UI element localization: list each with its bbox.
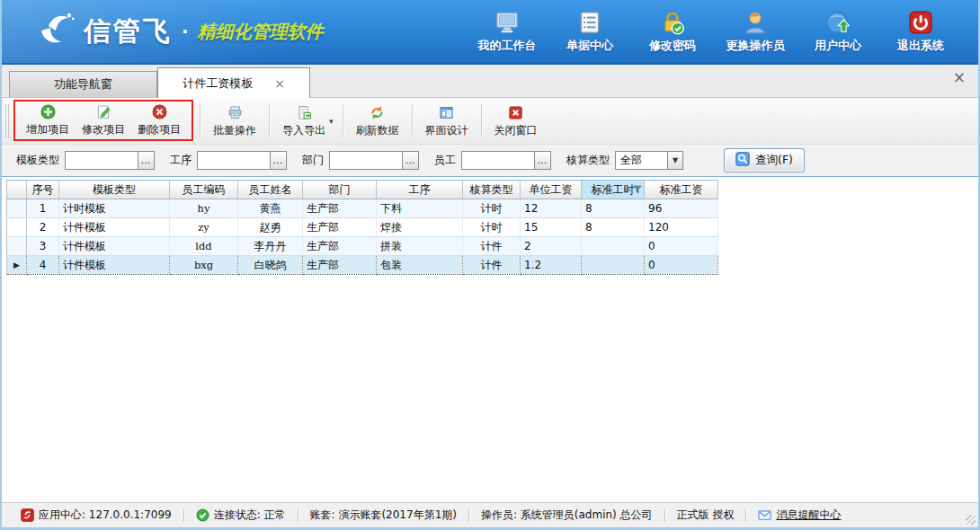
filter-funnel-icon[interactable] <box>633 185 642 194</box>
cell-employee-code[interactable]: bxg <box>170 256 238 275</box>
chevron-down-icon[interactable]: ▼ <box>667 152 682 169</box>
cell-standard-wage[interactable]: 96 <box>645 199 718 218</box>
edit-item-button[interactable]: 修改项目 <box>76 102 131 139</box>
message-center-link[interactable]: 消息提醒中心 <box>746 508 852 523</box>
column-header-standard-wage[interactable]: 标准工资 <box>645 181 718 199</box>
column-header-row-selector[interactable] <box>7 181 27 199</box>
cell-employee-code[interactable]: hy <box>170 199 238 218</box>
add-item-button[interactable]: 增加项目 <box>20 102 76 139</box>
lookup-ellipsis-button[interactable]: … <box>402 152 418 169</box>
cell-template-type[interactable]: 计件模板 <box>59 256 170 275</box>
delete-item-button[interactable]: 删除项目 <box>131 102 187 139</box>
cell-department[interactable]: 生产部 <box>303 199 377 218</box>
resize-grip[interactable] <box>966 515 976 525</box>
template-type-input[interactable] <box>66 152 138 169</box>
tab-close-icon[interactable]: × <box>274 77 285 90</box>
cell-unit-wage[interactable]: 12 <box>521 199 582 218</box>
close-icon[interactable]: × <box>953 70 966 85</box>
cell-template-type[interactable]: 计件模板 <box>59 237 170 256</box>
cell-employee-code[interactable]: ldd <box>170 237 238 256</box>
calc-type-select[interactable]: 全部 ▼ <box>615 151 683 170</box>
column-header-employee-name[interactable]: 员工姓名 <box>238 181 303 199</box>
column-header-seq[interactable]: 序号 <box>27 181 59 199</box>
cell-standard-hours[interactable]: 8 <box>582 199 645 218</box>
tab-function-nav[interactable]: 功能导航窗 <box>9 71 157 97</box>
cell-standard-wage[interactable]: 120 <box>645 218 718 237</box>
cell-process[interactable]: 焊接 <box>377 218 463 237</box>
cell-calc-type[interactable]: 计时 <box>463 199 521 218</box>
cell-template-type[interactable]: 计件模板 <box>59 218 170 237</box>
employee-input[interactable] <box>462 152 534 169</box>
connection-status: 连接状态: 正常 <box>184 508 298 523</box>
my-workbench-button[interactable]: 我的工作台 <box>469 9 545 54</box>
cell-standard-hours[interactable] <box>582 237 645 256</box>
import-export-button[interactable]: 导入导出 <box>276 99 332 143</box>
cell-department[interactable]: 生产部 <box>303 218 377 237</box>
cell-seq[interactable]: 1 <box>27 199 59 218</box>
row-selector[interactable] <box>7 237 27 256</box>
cell-calc-type[interactable]: 计件 <box>463 256 521 275</box>
cell-process[interactable]: 拼装 <box>377 237 463 256</box>
cell-standard-hours[interactable]: 8 <box>582 218 645 237</box>
cell-employee-name[interactable]: 赵勇 <box>238 218 303 237</box>
column-header-standard-hours[interactable]: 标准工时 <box>582 181 645 199</box>
ui-design-button[interactable]: 界面设计 <box>419 99 475 143</box>
column-header-employee-code[interactable]: 员工编码 <box>170 181 238 199</box>
cell-seq[interactable]: 4 <box>27 256 59 275</box>
switch-operator-button[interactable]: 更换操作员 <box>717 9 793 54</box>
cell-unit-wage[interactable]: 2 <box>521 237 582 256</box>
filter-bar: 模板类型…工序…部门…员工… 核算类型 全部 ▼ 查询(F) <box>2 145 978 177</box>
lookup-ellipsis-button[interactable]: … <box>138 152 154 169</box>
cell-unit-wage[interactable]: 1.2 <box>521 256 582 275</box>
table-row[interactable]: 2计件模板zy赵勇生产部焊接计时158120 <box>7 218 718 237</box>
column-header-department[interactable]: 部门 <box>303 181 377 199</box>
cell-standard-wage[interactable]: 0 <box>645 237 718 256</box>
table-row[interactable]: ▶4计件模板bxg白晓鸽生产部包装计件1.20 <box>7 256 718 275</box>
column-header-calc-type[interactable]: 核算类型 <box>463 181 521 199</box>
exit-icon <box>907 9 934 36</box>
cell-unit-wage[interactable]: 15 <box>521 218 582 237</box>
cell-seq[interactable]: 2 <box>27 218 59 237</box>
cell-template-type[interactable]: 计时模板 <box>59 199 170 218</box>
exit-system-button[interactable]: 退出系统 <box>883 9 958 54</box>
toolbar-group: 导入导出▾ <box>276 99 336 143</box>
cell-process[interactable]: 下料 <box>377 199 463 218</box>
cell-calc-type[interactable]: 计时 <box>463 218 521 237</box>
tab-piecework-template[interactable]: 计件工资模板 × <box>157 67 310 98</box>
search-button[interactable]: 查询(F) <box>724 148 805 172</box>
toolbar-separator <box>481 104 482 137</box>
column-header-process[interactable]: 工序 <box>377 181 463 199</box>
change-password-button[interactable]: 修改密码 <box>635 9 710 54</box>
cell-employee-name[interactable]: 黄燕 <box>238 199 303 218</box>
cell-seq[interactable]: 3 <box>27 237 59 256</box>
statusbar-text[interactable]: 消息提醒中心 <box>776 508 841 523</box>
close-window-button[interactable]: 关闭窗口 <box>488 99 544 143</box>
lookup-ellipsis-button[interactable]: … <box>270 152 286 169</box>
cell-employee-name[interactable]: 白晓鸽 <box>238 256 303 275</box>
lookup-ellipsis-button[interactable]: … <box>534 152 550 169</box>
cell-standard-wage[interactable]: 0 <box>645 256 718 275</box>
dropdown-caret-icon[interactable]: ▾ <box>329 117 334 126</box>
user-center-button[interactable]: 用户中心 <box>800 9 876 54</box>
table-row[interactable]: 1计时模板hy黄燕生产部下料计时12896 <box>7 199 718 218</box>
cell-department[interactable]: 生产部 <box>303 237 377 256</box>
row-selector[interactable] <box>7 218 27 237</box>
process-input[interactable] <box>198 152 270 169</box>
cell-department[interactable]: 生产部 <box>303 256 377 275</box>
column-header-unit-wage[interactable]: 单位工资 <box>521 181 582 199</box>
table-row[interactable]: 3计件模板ldd李丹丹生产部拼装计件20 <box>7 237 718 256</box>
cell-employee-name[interactable]: 李丹丹 <box>238 237 303 256</box>
document-center-button[interactable]: 单据中心 <box>552 9 628 54</box>
tab-label: 功能导航窗 <box>54 76 112 93</box>
batch-operations-button[interactable]: 批量操作 <box>207 99 263 143</box>
cell-standard-hours[interactable] <box>582 256 645 275</box>
row-selector[interactable] <box>7 199 27 218</box>
toolbar-drag-handle[interactable] <box>5 104 9 137</box>
cell-process[interactable]: 包装 <box>377 256 463 275</box>
cell-employee-code[interactable]: zy <box>170 218 238 237</box>
department-input[interactable] <box>330 152 402 169</box>
column-header-template-type[interactable]: 模板类型 <box>59 181 170 199</box>
cell-calc-type[interactable]: 计件 <box>463 237 521 256</box>
selected-row-marker-icon[interactable]: ▶ <box>7 256 27 275</box>
refresh-data-button[interactable]: 刷新数据 <box>350 99 405 143</box>
